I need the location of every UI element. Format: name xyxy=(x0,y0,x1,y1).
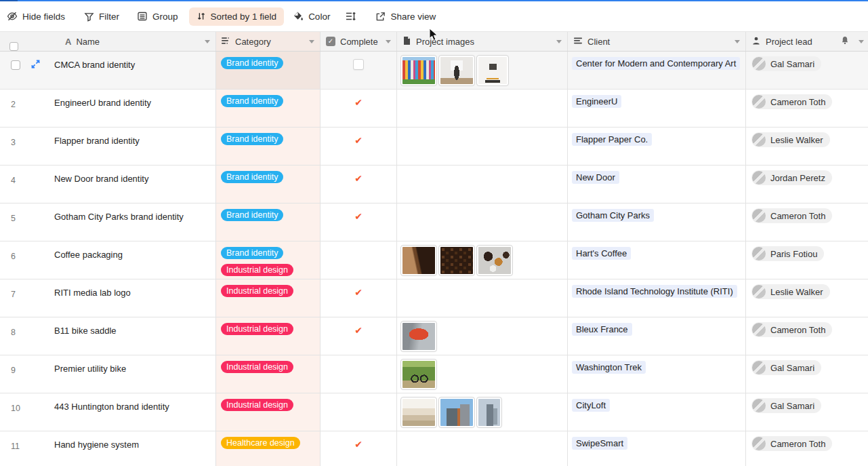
expand-record-icon[interactable] xyxy=(31,60,40,71)
table-row[interactable]: 9Premier utility bikeIndustrial designWa… xyxy=(0,355,868,393)
complete-checkbox-unchecked[interactable] xyxy=(353,59,364,70)
project-image-thumbnail-gallery-visitor[interactable] xyxy=(439,56,474,85)
cell-project-images[interactable] xyxy=(396,166,567,203)
cell-category[interactable]: Healthcare design xyxy=(215,431,320,466)
cell-project-images[interactable] xyxy=(396,90,567,127)
cell-client[interactable]: CityLoft xyxy=(567,393,745,431)
cell-complete[interactable] xyxy=(320,241,396,279)
cell-complete[interactable] xyxy=(320,355,396,393)
project-image-thumbnail-loft-interior[interactable] xyxy=(401,397,436,427)
table-row[interactable]: 10443 Huntington brand identityIndustria… xyxy=(0,393,868,431)
cell-client[interactable]: Rhode Island Technology Institute (RITI) xyxy=(567,279,745,317)
table-row[interactable]: 3Flapper brand identityBrand identity✔Fl… xyxy=(0,128,868,166)
row-gutter[interactable]: 3 xyxy=(0,128,46,165)
column-header-complete[interactable]: ✓ Complete xyxy=(320,32,396,51)
cell-name[interactable]: RITI media lab logo xyxy=(46,279,215,317)
cell-name[interactable]: Hand hygiene system xyxy=(46,431,215,466)
row-gutter[interactable]: 7 xyxy=(0,279,46,317)
table-row[interactable]: 6Coffee packagingBrand identityIndustria… xyxy=(0,241,868,279)
cell-category[interactable]: Industrial design xyxy=(215,355,320,393)
cell-complete[interactable]: ✔ xyxy=(320,203,396,241)
cell-project-images[interactable] xyxy=(396,241,567,279)
table-row[interactable]: 5Gotham City Parks brand identityBrand i… xyxy=(0,203,868,241)
cell-project-images[interactable] xyxy=(396,203,567,241)
cell-project-images[interactable] xyxy=(396,128,567,165)
cell-project-lead[interactable]: Leslie Walker xyxy=(745,279,868,317)
row-gutter[interactable]: 6 xyxy=(0,241,46,279)
cell-client[interactable]: Hart's Coffee xyxy=(567,241,745,279)
chevron-down-icon[interactable] xyxy=(386,40,391,43)
cell-project-lead[interactable]: Jordan Peretz xyxy=(745,166,868,203)
cell-name[interactable]: Gotham City Parks brand identity xyxy=(46,203,215,241)
row-gutter[interactable]: 4 xyxy=(0,166,46,203)
project-image-thumbnail-coffee-cups-overhead[interactable] xyxy=(477,246,512,275)
cell-complete[interactable]: ✔ xyxy=(320,128,396,165)
cell-project-images[interactable] xyxy=(396,393,567,431)
cell-name[interactable]: New Door brand identity xyxy=(46,166,215,203)
project-image-thumbnail-framed-art-bench[interactable] xyxy=(477,56,508,85)
row-gutter[interactable]: 5 xyxy=(0,203,46,241)
cell-category[interactable]: Industrial design xyxy=(215,317,320,355)
cell-project-images[interactable] xyxy=(396,355,567,393)
cell-name[interactable]: CMCA brand identity xyxy=(46,52,215,89)
cell-category[interactable]: Brand identity xyxy=(215,166,320,203)
table-row[interactable]: 8B11 bike saddleIndustrial design✔Bleux … xyxy=(0,317,868,355)
project-image-thumbnail-colorful-striped-wall[interactable] xyxy=(401,56,436,85)
color-button[interactable]: Color xyxy=(293,11,330,22)
project-image-thumbnail-coffee-beans[interactable] xyxy=(439,246,474,275)
row-height-button[interactable] xyxy=(345,11,356,22)
row-gutter[interactable]: 11 xyxy=(0,431,46,466)
cell-project-lead[interactable]: Cameron Toth xyxy=(745,317,868,355)
cell-category[interactable]: Brand identity xyxy=(215,52,320,89)
cell-client[interactable]: Gotham City Parks xyxy=(567,203,745,241)
chevron-down-icon[interactable] xyxy=(556,40,562,43)
cell-project-lead[interactable]: Gal Samari xyxy=(745,393,868,431)
share-view-button[interactable]: Share view xyxy=(375,12,436,22)
cell-client[interactable]: Washington Trek xyxy=(567,355,745,393)
row-gutter[interactable]: 10 xyxy=(0,393,46,431)
chevron-down-icon[interactable] xyxy=(205,40,210,43)
cell-name[interactable]: EngineerU brand identity xyxy=(46,90,215,127)
table-row[interactable]: 7RITI media lab logoIndustrial design✔Rh… xyxy=(0,279,868,317)
cell-complete[interactable] xyxy=(320,393,396,431)
cell-name[interactable]: Premier utility bike xyxy=(46,355,215,393)
row-gutter[interactable]: 2 xyxy=(0,90,46,127)
cell-name[interactable]: Coffee packaging xyxy=(46,241,215,279)
hide-fields-button[interactable]: Hide fields xyxy=(7,11,65,22)
cell-client[interactable]: EngineerU xyxy=(567,90,745,127)
chevron-down-icon[interactable] xyxy=(309,40,314,43)
group-button[interactable]: Group xyxy=(137,11,178,22)
cell-project-images[interactable] xyxy=(396,317,567,355)
table-row[interactable]: 4New Door brand identityBrand identity✔N… xyxy=(0,166,868,203)
cell-complete[interactable]: ✔ xyxy=(320,317,396,355)
cell-project-images[interactable] xyxy=(396,52,567,89)
row-gutter[interactable]: 9 xyxy=(0,355,46,393)
cell-client[interactable]: Flapper Paper Co. xyxy=(567,128,745,165)
row-gutter[interactable] xyxy=(0,52,46,89)
column-header-client[interactable]: Client xyxy=(567,32,745,51)
sort-button[interactable]: Sorted by 1 field xyxy=(189,7,285,26)
cell-project-lead[interactable]: Gal Samari xyxy=(745,52,868,89)
cell-complete[interactable]: ✔ xyxy=(320,431,396,466)
project-image-thumbnail-bicycle-in-forest[interactable] xyxy=(401,360,436,389)
bell-icon[interactable] xyxy=(840,35,850,47)
cell-project-lead[interactable]: Cameron Toth xyxy=(745,90,868,127)
column-header-select-all[interactable] xyxy=(0,32,46,51)
cell-complete[interactable]: ✔ xyxy=(320,90,396,127)
cell-category[interactable]: Brand identity xyxy=(215,203,320,241)
column-header-project-lead[interactable]: Project lead xyxy=(745,32,868,51)
cell-name[interactable]: B11 bike saddle xyxy=(46,317,215,355)
cell-category[interactable]: Industrial design xyxy=(215,279,320,317)
chevron-down-icon[interactable] xyxy=(859,40,864,43)
cell-name[interactable]: 443 Huntington brand identity xyxy=(46,393,215,431)
cell-complete[interactable]: ✔ xyxy=(320,166,396,203)
column-header-project-images[interactable]: Project images xyxy=(396,32,567,51)
cell-client[interactable]: SwipeSmart xyxy=(567,431,745,466)
cell-category[interactable]: Brand identity xyxy=(215,90,320,127)
project-image-thumbnail-skyscraper[interactable] xyxy=(477,397,501,427)
table-row[interactable]: 11Hand hygiene systemHealthcare design✔S… xyxy=(0,431,868,466)
cell-project-lead[interactable]: Paris Fotiou xyxy=(745,241,868,279)
cell-category[interactable]: Industrial design xyxy=(215,393,320,431)
cell-complete[interactable]: ✔ xyxy=(320,279,396,317)
cell-project-lead[interactable]: Leslie Walker xyxy=(745,128,868,165)
